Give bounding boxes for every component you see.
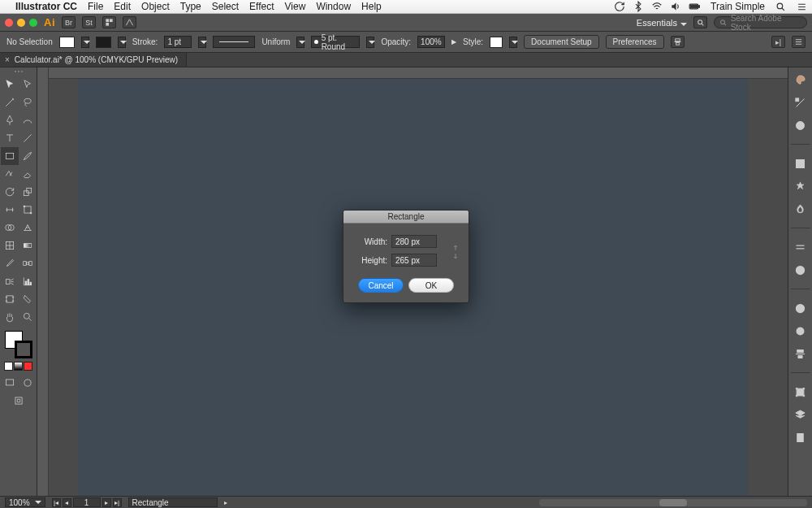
- rectangle-tool[interactable]: [1, 147, 19, 165]
- direct-selection-tool[interactable]: [19, 76, 37, 93]
- dialog-title[interactable]: Rectangle: [343, 211, 469, 224]
- zoom-tool[interactable]: [19, 308, 37, 326]
- cancel-button[interactable]: Cancel: [358, 278, 404, 293]
- status-flyout[interactable]: ▸: [224, 499, 227, 506]
- brushes-panel-icon[interactable]: [793, 156, 808, 171]
- gpu-button[interactable]: [123, 16, 136, 28]
- bluetooth-icon[interactable]: [633, 1, 644, 12]
- color-mode-none[interactable]: [24, 362, 32, 371]
- align-button[interactable]: [671, 36, 685, 48]
- artboard-tool[interactable]: [1, 290, 19, 308]
- ruler-horizontal[interactable]: [49, 67, 788, 79]
- document-tab[interactable]: × Calculator.ai* @ 100% (CMYK/GPU Previe…: [0, 53, 187, 67]
- workspace-switcher[interactable]: Essentials: [637, 18, 687, 28]
- panel-options-button[interactable]: [792, 36, 806, 48]
- arrange-docs-button[interactable]: [102, 16, 116, 28]
- scale-tool[interactable]: [19, 183, 37, 201]
- color-panel-icon[interactable]: [793, 72, 808, 87]
- shaper-tool[interactable]: [1, 165, 19, 183]
- gradient-tool[interactable]: [19, 237, 37, 254]
- artboard-index[interactable]: 1: [73, 497, 101, 507]
- edit-toolbar-button[interactable]: [10, 392, 28, 410]
- fill-flyout[interactable]: [81, 37, 89, 48]
- transform-panel-icon[interactable]: [793, 384, 808, 399]
- height-input[interactable]: [391, 254, 437, 267]
- symbols-panel-icon[interactable]: [793, 179, 808, 193]
- menu-object[interactable]: Object: [141, 1, 170, 12]
- var-width-profile[interactable]: [213, 36, 255, 48]
- app-name-menu[interactable]: Illustrator CC: [15, 1, 77, 12]
- battery-icon[interactable]: [689, 1, 700, 12]
- brush-flyout[interactable]: [366, 37, 374, 48]
- menu-help[interactable]: Help: [361, 1, 382, 12]
- brush-input[interactable]: 5 pt. Round: [311, 36, 360, 48]
- layers-panel-icon[interactable]: [793, 407, 808, 422]
- tools-handle[interactable]: [6, 71, 31, 73]
- screen-mode-button[interactable]: [1, 374, 19, 392]
- eyedropper-tool[interactable]: [1, 254, 19, 272]
- swatches-panel-icon[interactable]: [793, 118, 808, 132]
- line-tool[interactable]: [19, 129, 37, 147]
- selection-tool[interactable]: [1, 76, 19, 93]
- magic-wand-tool[interactable]: [1, 93, 19, 111]
- style-flyout[interactable]: [509, 37, 517, 48]
- fill-stroke-indicator[interactable]: [5, 331, 32, 358]
- fill-swatch[interactable]: [59, 37, 75, 48]
- document-setup-button[interactable]: Document Setup: [524, 35, 599, 49]
- zoom-window-button[interactable]: [29, 19, 37, 27]
- stroke-swatch[interactable]: [96, 37, 111, 48]
- free-transform-tool[interactable]: [19, 201, 37, 219]
- pen-tool[interactable]: [1, 111, 19, 129]
- graph-tool[interactable]: [19, 272, 37, 290]
- wifi-icon[interactable]: [651, 1, 663, 12]
- paintbrush-tool[interactable]: [19, 147, 37, 165]
- slice-tool[interactable]: [19, 290, 37, 308]
- horizontal-scrollbar[interactable]: [539, 499, 807, 506]
- menu-list-icon[interactable]: [797, 2, 807, 12]
- adobe-stock-search[interactable]: Search Adobe Stock: [714, 16, 807, 28]
- ok-button[interactable]: OK: [408, 278, 454, 293]
- menu-edit[interactable]: Edit: [114, 1, 131, 12]
- color-mode-gradient[interactable]: [14, 362, 23, 371]
- blend-tool[interactable]: [19, 254, 37, 272]
- ruler-vertical[interactable]: [37, 67, 49, 496]
- preferences-button[interactable]: Preferences: [606, 35, 664, 49]
- status-tool[interactable]: Rectangle: [128, 497, 218, 507]
- eraser-tool[interactable]: [19, 165, 37, 183]
- curvature-tool[interactable]: [19, 111, 37, 129]
- style-swatch[interactable]: [490, 37, 503, 48]
- menubar-user[interactable]: Train Simple: [710, 1, 765, 12]
- lasso-tool[interactable]: [19, 93, 37, 111]
- menu-file[interactable]: File: [88, 1, 103, 12]
- last-artboard-button[interactable]: ▸|: [113, 498, 122, 507]
- width-input[interactable]: [391, 235, 437, 248]
- stroke-panel-icon[interactable]: [793, 202, 808, 216]
- search-mode-button[interactable]: [693, 16, 707, 28]
- appearance-panel-icon[interactable]: [793, 301, 808, 315]
- dash-flyout[interactable]: [296, 37, 304, 48]
- symbol-sprayer-tool[interactable]: [1, 272, 19, 290]
- sync-icon[interactable]: [614, 1, 625, 12]
- scrollbar-thumb[interactable]: [659, 499, 687, 506]
- width-tool[interactable]: [1, 201, 19, 219]
- minimize-window-button[interactable]: [17, 19, 25, 27]
- color-mode-solid[interactable]: [4, 362, 13, 371]
- type-tool[interactable]: [1, 129, 19, 147]
- gradient-panel-icon[interactable]: [793, 263, 808, 277]
- close-window-button[interactable]: [5, 19, 13, 27]
- shape-builder-tool[interactable]: [1, 219, 19, 237]
- hand-tool[interactable]: [1, 308, 19, 326]
- stroke-flyout[interactable]: [118, 37, 126, 48]
- stroke-weight-input[interactable]: 1 pt: [164, 36, 192, 48]
- menu-window[interactable]: Window: [316, 1, 351, 12]
- stroke-weight-step[interactable]: [198, 37, 206, 48]
- align-panel-icon[interactable]: [793, 346, 808, 361]
- spotlight-icon[interactable]: [775, 2, 786, 12]
- opacity-input[interactable]: 100%: [417, 36, 445, 48]
- menu-effect[interactable]: Effect: [249, 1, 274, 12]
- constrain-proportions-icon[interactable]: [451, 245, 460, 259]
- stock-button[interactable]: St: [82, 16, 96, 28]
- rotate-tool[interactable]: [1, 183, 19, 201]
- graphic-styles-panel-icon[interactable]: [793, 323, 808, 338]
- draw-mode-button[interactable]: [19, 374, 37, 392]
